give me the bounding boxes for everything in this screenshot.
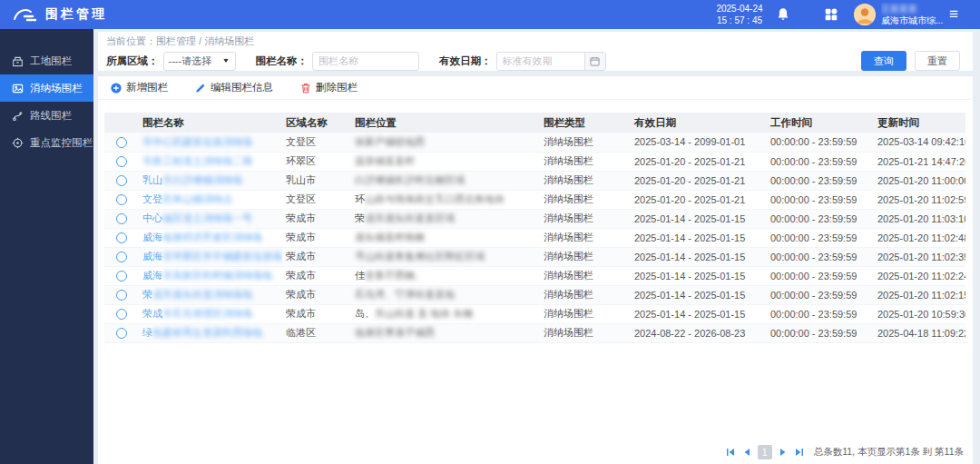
- fence-name-link[interactable]: 市中心区建筑垃圾消纳场: [142, 136, 252, 147]
- add-fence-label: 新增围栏: [126, 81, 168, 94]
- first-page-icon[interactable]: [725, 447, 736, 458]
- fence-type-cell: 消纳场围栏: [540, 266, 631, 285]
- next-page-icon[interactable]: [778, 447, 789, 458]
- fence-name-clear: 威海: [142, 270, 162, 281]
- fence-name-link[interactable]: 威海临港经济开发区消纳场: [142, 232, 262, 242]
- sidebar-item-disposal-fence[interactable]: 消纳场围栏: [0, 74, 93, 102]
- region-cell: 荣成市: [282, 285, 351, 304]
- sidebar-item-site-fence[interactable]: 工地围栏: [0, 47, 93, 74]
- fence-name-link[interactable]: 威海市环翠区羊亭镇建筑垃圾场: [142, 251, 282, 262]
- col-valid-date: 有效日期: [631, 113, 767, 133]
- apps-grid-icon[interactable]: [824, 7, 838, 22]
- fence-type-cell: 消纳场围栏: [540, 304, 631, 323]
- user-avatar[interactable]: [854, 4, 876, 25]
- update-time-cell: 2025-04-18 11:09:22: [874, 323, 965, 342]
- table-row[interactable]: 文登区米山镇消纳点 文登区 环山路与珠海路交叉口西北角地块 消纳场围栏 2025…: [104, 190, 965, 209]
- delete-fence-button[interactable]: 删除围栏: [300, 81, 358, 94]
- fence-name-link[interactable]: 荣成市崖头街道消纳场地: [142, 289, 252, 300]
- region-cell: 环翠区: [282, 152, 351, 171]
- table-row[interactable]: 中心城区渣土消纳场一号 荣成市 荣成市崖头街道某区域 消纳场围栏 2025-01…: [104, 209, 965, 228]
- table-row[interactable]: 威海市高新区初村镇消纳场地 荣成市 佳世客厅西侧, 消纳场围栏 2025-01-…: [104, 266, 965, 285]
- fence-name-masked: 市政工程渣土消纳场二期: [142, 155, 252, 166]
- sidebar-item-route-fence[interactable]: 路线围栏: [0, 102, 93, 129]
- header-datetime: 2025-04-24 15 : 57 : 45: [703, 3, 776, 26]
- work-time-cell: 00:00:00 - 23:59:59: [767, 304, 874, 323]
- fence-name-link[interactable]: 文登区米山镇消纳点: [142, 193, 232, 204]
- valid-date-input[interactable]: [497, 53, 584, 70]
- row-select-radio[interactable]: [116, 328, 127, 339]
- fence-name-clear: 中心: [142, 212, 162, 223]
- fence-table: 围栏名称 区域名称 围栏位置 围栏类型 有效日期 工作时间 更新时间 市中: [104, 113, 965, 343]
- row-select-radio[interactable]: [116, 252, 127, 262]
- col-fence-type: 围栏类型: [540, 113, 631, 133]
- row-select-radio[interactable]: [116, 309, 127, 320]
- table-row[interactable]: 市政工程渣土消纳场二期 环翠区 温泉镇某某村 消纳场围栏 2025-01-20 …: [104, 152, 965, 171]
- row-select-radio[interactable]: [116, 137, 127, 148]
- table-row[interactable]: 市中心区建筑垃圾消纳场 文登区 张家产镇驻地西 消纳场围栏 2025-03-14…: [104, 133, 965, 152]
- table-row[interactable]: 荣成市石岛管理区消纳场 荣成市 岛、斥山街道 某 地块 东侧 消纳场围栏 202…: [104, 304, 965, 323]
- location-cell: 佳世客厅西侧,: [351, 266, 540, 285]
- table-row[interactable]: 威海临港经济开发区消纳场 荣成市 崖头镇某村南侧 消纳场围栏 2025-01-1…: [104, 228, 965, 247]
- select-column-header: [104, 113, 139, 133]
- row-select-radio[interactable]: [116, 213, 127, 224]
- fence-name-link[interactable]: 中心城区渣土消纳场一号: [142, 212, 252, 223]
- valid-date-cell: 2025-01-14 - 2025-01-15: [631, 285, 767, 304]
- fence-name-link[interactable]: 荣成市石岛管理区消纳场: [142, 308, 252, 319]
- current-page-number[interactable]: 1: [758, 445, 772, 459]
- pencil-icon: [195, 83, 206, 94]
- location-masked: 世客厅西侧,: [365, 270, 417, 281]
- table-row[interactable]: 荣成市崖头街道消纳场地 荣成市 石岛湾、宁津街道某地 消纳场围栏 2025-01…: [104, 285, 965, 304]
- menu-hamburger-icon[interactable]: ≡: [949, 5, 958, 25]
- location-cell: 崖头镇某村南侧: [351, 228, 540, 247]
- breadcrumb-path[interactable]: 围栏管理 / 消纳场围栏: [156, 35, 254, 46]
- location-cell: 荣成市崖头街道某区域: [351, 209, 540, 228]
- row-select-radio[interactable]: [116, 194, 127, 205]
- location-cell: 环山路与珠海路交叉口西北角地块: [351, 190, 540, 209]
- sidebar-item-monitor-fence[interactable]: 重点监控围栏: [0, 129, 93, 156]
- fence-name-input[interactable]: [312, 52, 419, 71]
- row-select-radio[interactable]: [116, 175, 127, 186]
- fence-name-clear: 荣成: [142, 308, 162, 319]
- fence-name-masked: 市石岛管理区消纳场: [162, 308, 252, 319]
- notification-bell-icon[interactable]: [776, 7, 790, 22]
- sidebar-nav: 工地围栏 消纳场围栏 路线围栏 重点监控围栏: [0, 29, 93, 464]
- query-button[interactable]: 查询: [861, 51, 906, 71]
- fence-name-link[interactable]: 绿色建材再生资源利用场地: [142, 327, 262, 338]
- table-panel: 新增围栏 编辑围栏信息 删除围栏: [98, 76, 973, 464]
- fence-name-link[interactable]: 乳山市白沙滩镇消纳场: [142, 174, 242, 185]
- row-select-radio[interactable]: [116, 232, 127, 243]
- fence-name-clear: 威海: [142, 251, 162, 262]
- fence-name-masked: 市高新区初村镇消纳场地: [162, 270, 272, 281]
- update-time-cell: 2025-01-20 10:59:30: [874, 304, 965, 323]
- prev-page-icon[interactable]: [741, 447, 752, 458]
- fence-table-wrapper: 围栏名称 区域名称 围栏位置 围栏类型 有效日期 工作时间 更新时间 市中: [104, 113, 965, 343]
- location-cell: 张家产镇驻地西: [351, 133, 540, 152]
- valid-date-cell: 2025-01-14 - 2025-01-15: [631, 304, 767, 323]
- fence-name-link[interactable]: 市政工程渣土消纳场二期: [142, 155, 252, 166]
- fence-management-app: 围栏管理 2025-04-24 15 : 57 : 45 王某某某 威海市城市综…: [0, 0, 980, 464]
- table-row[interactable]: 乳山市白沙滩镇消纳场 乳山市 白沙滩镇长沙村北侧区域 消纳场围栏 2025-01…: [104, 171, 965, 190]
- table-row[interactable]: 威海市环翠区羊亭镇建筑垃圾场 荣成市 寻山街道青鱼滩社区附近区域 消纳场围栏 2…: [104, 247, 965, 266]
- region-cell: 荣成市: [282, 266, 351, 285]
- fence-name-masked: 区米山镇消纳点: [162, 193, 232, 204]
- site-fence-icon: [12, 55, 24, 67]
- fence-type-cell: 消纳场围栏: [540, 152, 631, 171]
- add-fence-button[interactable]: 新增围栏: [111, 81, 168, 94]
- region-select[interactable]: ----请选择 ▼: [163, 52, 236, 71]
- row-select-radio[interactable]: [116, 290, 127, 301]
- row-select-radio[interactable]: [116, 156, 127, 167]
- update-time-cell: 2025-01-20 11:03:10: [874, 209, 965, 228]
- last-page-icon[interactable]: [794, 447, 805, 458]
- fence-type-cell: 消纳场围栏: [540, 171, 631, 190]
- location-masked: 斥山街道 某 地块 东侧: [375, 308, 473, 319]
- edit-fence-button[interactable]: 编辑围栏信息: [195, 81, 273, 94]
- calendar-icon[interactable]: [584, 53, 605, 70]
- update-time-cell: 2025-01-20 11:02:59: [874, 190, 965, 209]
- valid-date-cell: 2025-01-20 - 2025-01-21: [631, 171, 767, 190]
- reset-button[interactable]: 重置: [915, 51, 960, 71]
- table-row[interactable]: 绿色建材再生资源利用场地 临港区 临港区草庙子镇西 消纳场围栏 2024-08-…: [104, 323, 965, 342]
- fence-name-link[interactable]: 威海市高新区初村镇消纳场地: [142, 270, 272, 281]
- monitor-fence-icon: [12, 137, 24, 149]
- table-toolbar: 新增围栏 编辑围栏信息 删除围栏: [98, 76, 973, 100]
- row-select-radio[interactable]: [116, 271, 127, 281]
